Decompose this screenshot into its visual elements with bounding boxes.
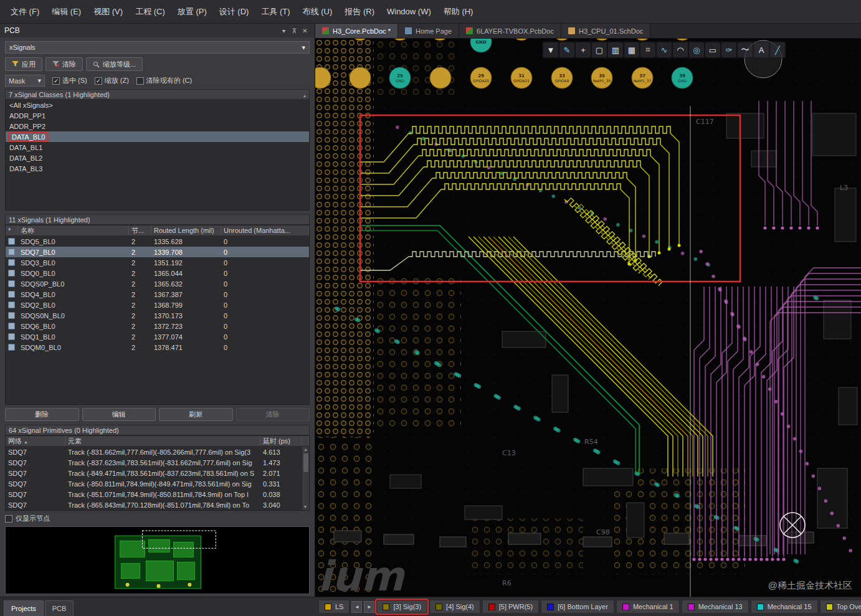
document-tab[interactable]: H3_CPU_01.SchDoc (561, 24, 650, 38)
panel-tab[interactable]: PCB (45, 600, 74, 616)
scroll-down-icon[interactable] (304, 505, 307, 510)
xsignal-row[interactable]: SDQ7_BL0 2 1339.708 0 (6, 247, 309, 257)
pad[interactable]: 33GPIOA9 (551, 67, 573, 88)
xsignal-row[interactable]: SDQS0P_BL0 2 1365.632 0 (6, 278, 309, 289)
zoom-level-button[interactable]: 缩放等级... (86, 57, 143, 71)
layer-tab[interactable]: Top Overlay (820, 600, 861, 614)
document-tab[interactable]: 6LAYER-TVBOX.PcbDoc (459, 24, 561, 38)
layer-scroll-left-button[interactable]: ◄ (351, 601, 362, 613)
layer-tab[interactable]: Mechanical 1 (616, 600, 680, 614)
xsignal-row[interactable]: SDQM0_BL0 2 1378.471 0 (6, 342, 309, 353)
xsignal-row[interactable]: SDQ4_BL0 2 1367.387 0 (6, 289, 309, 300)
mask-dropdown[interactable]: Mask (5, 75, 45, 87)
xsignal-class-row[interactable]: DATA_BL0 (6, 131, 309, 142)
primitive-row[interactable]: SDQ7 Track (-851.071mil,784.9mil)(-850.8… (6, 489, 309, 500)
pad[interactable]: 35NetP1_35 (591, 67, 612, 88)
add-icon[interactable]: + (576, 42, 591, 57)
panel-menu-icon[interactable] (278, 27, 289, 34)
primitive-row[interactable]: SDQ7 Track (-865.843mil,770.128mil)(-851… (6, 500, 309, 510)
xsignal-row[interactable]: SDQ3_BL0 2 1351.192 0 (6, 257, 309, 268)
menu-item[interactable]: 编辑 (E) (46, 3, 87, 21)
menu-item[interactable]: 布线 (U) (297, 3, 338, 21)
pad[interactable]: 39GND (672, 67, 693, 88)
line-icon[interactable]: ╱ (770, 42, 785, 57)
menu-item[interactable]: 文件 (F) (5, 3, 45, 21)
pad[interactable]: 31GPIOA21 (511, 67, 532, 88)
xsignal-row[interactable]: SDQ2_BL0 2 1368.799 0 (6, 300, 309, 310)
layer-tab[interactable]: [5] PWR(5) (482, 600, 539, 614)
panel-mode-dropdown[interactable]: xSignals (5, 41, 310, 54)
panel-tab[interactable]: Projects (4, 600, 44, 616)
layer-scroll-right-button[interactable]: ► (364, 601, 374, 613)
clear-filter-button[interactable]: 清除 (45, 57, 83, 71)
xsignal-class-row[interactable]: <All xSignals> (6, 100, 309, 110)
highlight-pen-icon[interactable]: ✎ (559, 42, 574, 57)
xsignal-row[interactable]: SDQ1_BL0 2 1377.074 0 (6, 331, 309, 342)
annotate-icon[interactable]: ✑ (721, 42, 736, 57)
action-button[interactable]: 删除 (5, 408, 79, 421)
grid-icon[interactable]: ▦ (624, 42, 639, 57)
filter-icon[interactable]: ▼ (543, 42, 558, 57)
curve-icon[interactable]: ∿ (657, 42, 672, 57)
xsignal-class-row[interactable]: DATA_BL3 (6, 163, 309, 174)
xsignal-class-row[interactable]: ADDR_PP1 (6, 110, 309, 121)
xsignals-table-header[interactable]: * 名称 节... Routed Length (mil) Unrouted (… (6, 225, 309, 236)
pcb-artwork[interactable]: GND25GND29GPIOA2031GPIOA2133GPIOA935NetP… (315, 39, 861, 597)
pad[interactable]: 29GPIOA20 (470, 67, 492, 88)
menu-item[interactable]: 帮助 (H) (438, 3, 479, 21)
menu-item[interactable]: 工具 (T) (255, 3, 295, 21)
menu-item[interactable]: 视图 (V) (88, 3, 128, 21)
layer-tab[interactable]: Mechanical 13 (682, 600, 749, 614)
xsignal-class-row[interactable]: DATA_BL1 (6, 142, 309, 153)
document-tab[interactable]: H3_Core.PcbDoc * (315, 24, 398, 38)
pad[interactable]: 37NetP1_37 (632, 67, 653, 88)
xsignal-row[interactable]: SDQ0_BL0 2 1365.044 0 (6, 268, 309, 278)
image-icon[interactable]: ▭ (705, 42, 720, 57)
menu-item[interactable]: 放置 (P) (172, 3, 212, 21)
zoom-checkbox[interactable]: 缩放 (Z) (95, 76, 129, 85)
pcb-editor-canvas[interactable]: GND25GND29GPIOA2031GPIOA2133GPIOA935NetP… (315, 39, 861, 597)
primitive-row[interactable]: SDQ7 Track (-849.471mil,783.561mil)(-837… (6, 468, 309, 478)
xsignal-row[interactable]: SDQS0N_BL0 2 1370.173 0 (6, 310, 309, 321)
snap-icon[interactable]: ⌗ (640, 42, 655, 57)
layer-tab[interactable]: [6] Bottom Layer (541, 600, 614, 614)
menu-item[interactable]: 工程 (C) (130, 3, 171, 21)
origin-icon[interactable]: ◎ (689, 42, 704, 57)
xsignal-class-row[interactable]: DATA_BL2 (6, 153, 309, 163)
close-icon[interactable] (300, 27, 310, 34)
select-checkbox[interactable]: 选中 (S) (52, 76, 87, 85)
pin-icon[interactable] (289, 27, 300, 34)
document-tab[interactable]: Home Page (398, 24, 459, 38)
scroll-up-icon[interactable] (303, 91, 306, 98)
wave-icon[interactable]: 〜 (738, 42, 753, 57)
scroll-up-icon[interactable] (304, 447, 307, 452)
menu-item[interactable]: Window (W) (381, 4, 437, 19)
select-area-icon[interactable]: ▢ (592, 42, 607, 57)
layer-tab[interactable]: [3] Sig(3) (376, 600, 427, 614)
apply-button[interactable]: 应用 (5, 57, 42, 71)
layer-set-tab[interactable]: LS (318, 600, 350, 614)
action-button[interactable]: 刷新 (159, 408, 233, 421)
action-button[interactable]: 编辑 (82, 408, 156, 421)
xsignal-row[interactable]: SDQ6_BL0 2 1372.723 0 (6, 321, 309, 331)
text-icon[interactable]: A (754, 42, 769, 57)
layer-tab[interactable]: Mechanical 15 (751, 600, 818, 614)
primitives-table-header[interactable]: 网络 元素 延时 (ps) (6, 436, 309, 447)
primitive-row[interactable]: SDQ7 Track (-850.811mil,784.9mil)(-849.4… (6, 478, 309, 489)
show-nodes-only-checkbox[interactable]: 仅显示节点 (5, 514, 310, 523)
primitive-row[interactable]: SDQ7 Track (-837.623mil,783.561mil)(-831… (6, 457, 309, 468)
clear-existing-checkbox[interactable]: 清除现有的 (C) (136, 76, 192, 85)
scroll-thumb[interactable] (303, 453, 308, 472)
layer-tab[interactable]: [4] Sig(4) (429, 600, 480, 614)
pad[interactable]: 25GND (389, 67, 411, 88)
board-preview[interactable] (5, 526, 310, 594)
xsignal-row[interactable]: SDQ5_BL0 2 1335.628 0 (6, 236, 309, 247)
primitives-scrollbar[interactable] (302, 447, 309, 510)
menu-item[interactable]: 设计 (D) (214, 3, 255, 21)
xsignal-class-row[interactable]: ADDR_PP2 (6, 121, 309, 131)
arc-icon[interactable]: ◠ (673, 42, 688, 57)
primitive-row[interactable]: SDQ7 Track (-831.662mil,777.6mil)(-805.2… (6, 447, 309, 457)
action-button[interactable]: 清除 (236, 408, 310, 421)
menu-item[interactable]: 报告 (R) (339, 3, 380, 21)
histogram-icon[interactable]: ▥ (608, 42, 623, 57)
